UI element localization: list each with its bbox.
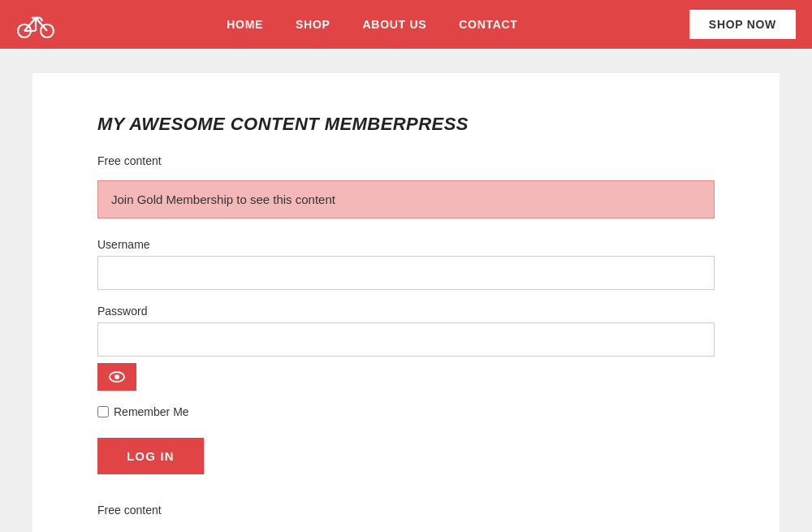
- site-header: HOME SHOP ABOUT US CONTACT SHOP NOW: [0, 0, 812, 49]
- remember-me-row: Remember Me: [97, 405, 715, 418]
- password-group: Password: [97, 305, 715, 391]
- free-content-top-label: Free content: [97, 154, 715, 167]
- nav-about-us[interactable]: ABOUT US: [363, 18, 427, 31]
- password-wrapper: [97, 322, 715, 357]
- logo-icon: [16, 10, 55, 39]
- username-input[interactable]: [97, 256, 715, 290]
- eye-icon: [109, 371, 125, 383]
- username-label: Username: [97, 238, 715, 251]
- show-password-button[interactable]: [97, 363, 136, 391]
- nav-home[interactable]: HOME: [227, 18, 263, 31]
- content-card: MY AWESOME CONTENT MEMBERPRESS Free cont…: [32, 73, 780, 532]
- main-content: MY AWESOME CONTENT MEMBERPRESS Free cont…: [0, 49, 812, 532]
- free-content-bottom-label: Free content: [97, 504, 715, 517]
- login-button[interactable]: LOG IN: [97, 438, 204, 474]
- page-title: MY AWESOME CONTENT MEMBERPRESS: [97, 114, 715, 135]
- nav-shop[interactable]: SHOP: [296, 18, 330, 31]
- password-label: Password: [97, 305, 715, 318]
- membership-notice: Join Gold Membership to see this content: [97, 180, 715, 218]
- svg-point-11: [114, 374, 119, 379]
- remember-me-label[interactable]: Remember Me: [114, 405, 189, 418]
- password-input[interactable]: [97, 322, 715, 357]
- shop-now-button[interactable]: SHOP NOW: [689, 10, 796, 39]
- logo[interactable]: [16, 10, 55, 39]
- username-group: Username: [97, 238, 715, 290]
- main-nav: HOME SHOP ABOUT US CONTACT: [227, 18, 517, 31]
- svg-line-7: [41, 18, 42, 21]
- nav-contact[interactable]: CONTACT: [459, 18, 517, 31]
- remember-me-checkbox[interactable]: [97, 406, 109, 417]
